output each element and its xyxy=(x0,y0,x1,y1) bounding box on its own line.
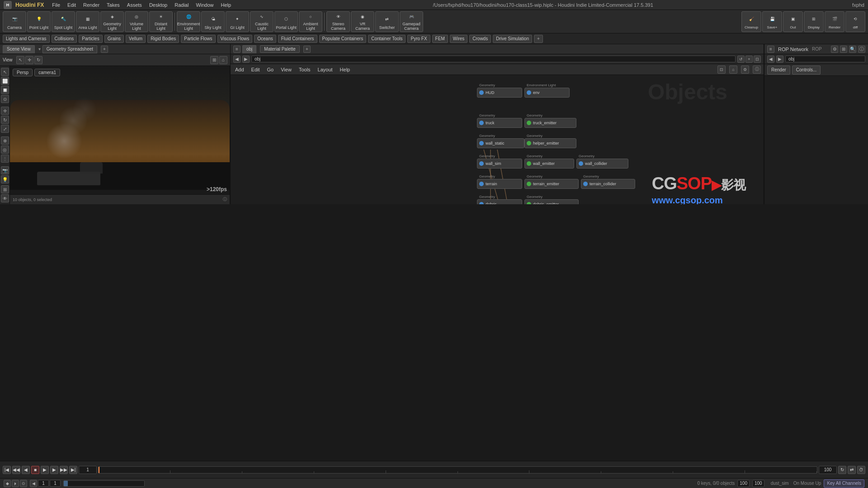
vr-camera-btn[interactable]: ◉ VR Camera xyxy=(351,11,374,32)
point-light-btn[interactable]: 💡 Point Light xyxy=(27,11,51,32)
rigid-bodies-tab[interactable]: Rigid Bodies xyxy=(147,35,179,43)
node-truck-emitter[interactable]: Geometry truck_emitter xyxy=(524,118,576,128)
rop-nav-fwd[interactable]: ▶ xyxy=(776,56,783,63)
controls-button[interactable]: Controls... xyxy=(792,66,821,75)
status-value1[interactable]: 100 xyxy=(737,480,750,487)
render-btn-tb[interactable]: 🎬 Render xyxy=(825,11,844,32)
tool-vis[interactable]: 👁 xyxy=(1,194,9,202)
diff-btn[interactable]: ⟲ diff xyxy=(845,11,865,32)
ng-tools[interactable]: Tools xyxy=(297,67,312,72)
status-frame2[interactable]: 1 xyxy=(50,480,61,487)
select-tool-btn[interactable]: ↖ xyxy=(16,56,24,64)
scene-view-tab[interactable]: Scene View xyxy=(3,45,35,53)
node-wall-sim[interactable]: Geometry wall_sim xyxy=(477,159,522,169)
path-reload-btn[interactable]: ↺ xyxy=(737,56,745,63)
rop-info-btn[interactable]: ⓘ xyxy=(858,46,865,53)
menu-assets[interactable]: Assets xyxy=(124,1,145,9)
distant-light-btn[interactable]: ☀ Distant Light xyxy=(149,11,173,32)
node-debris[interactable]: Geometry debris xyxy=(477,199,522,204)
ng-help[interactable]: Help xyxy=(338,67,352,72)
viscous-flows-tab[interactable]: Viscous Flows xyxy=(217,35,253,43)
end-frame[interactable]: 100 xyxy=(819,466,837,474)
persp-dropdown[interactable]: Persp xyxy=(13,69,33,76)
node-terrain[interactable]: Geometry terrain xyxy=(477,179,522,189)
pyro-fx-tab[interactable]: Pyro FX xyxy=(407,35,430,43)
rop-layout-btn[interactable]: ⊞ xyxy=(840,46,847,53)
ng-layout[interactable]: Layout xyxy=(316,67,335,72)
cleanup-btn[interactable]: 🧹 Cleanup xyxy=(741,11,761,32)
node-helper-emitter[interactable]: Geometry helper_emitter xyxy=(524,138,576,148)
ng-info[interactable]: ⓘ xyxy=(753,66,761,74)
populate-containers-tab[interactable]: Populate Containers xyxy=(319,35,367,43)
rop-search-btn[interactable]: 🔍 xyxy=(849,46,856,53)
nav-back-btn[interactable]: ◀ xyxy=(233,56,241,63)
status-time-btn[interactable]: ⊙ xyxy=(20,480,27,487)
rotate-tool-btn[interactable]: ↻ xyxy=(34,56,42,64)
fem-tab[interactable]: FEM xyxy=(432,35,448,43)
ng-go[interactable]: Go xyxy=(265,67,276,72)
rop-path-input[interactable]: obj xyxy=(785,56,865,62)
portal-light-btn[interactable]: ⬡ Portal Light xyxy=(274,11,298,32)
tl-next-frame[interactable]: ▶ xyxy=(50,466,58,474)
fluid-containers-tab[interactable]: Fluid Containers xyxy=(278,35,317,43)
ng-settings[interactable]: ⚙ xyxy=(741,66,749,74)
particle-flows-tab[interactable]: Particle Flows xyxy=(181,35,215,43)
menu-radial[interactable]: Radial xyxy=(172,1,191,9)
ng-zoom-fit[interactable]: ⊡ xyxy=(717,66,726,74)
rop-gear-btn[interactable]: ⚙ xyxy=(831,46,838,53)
tool-pose[interactable]: ⋮ xyxy=(1,155,9,163)
frame-number[interactable]: 1 xyxy=(79,466,97,474)
menu-takes[interactable]: Takes xyxy=(104,1,123,9)
move-tool-btn[interactable]: ✛ xyxy=(25,56,33,64)
tool-scale[interactable]: ⤢ xyxy=(1,125,9,133)
stereo-camera-btn[interactable]: 👁 Stereo Camera xyxy=(326,11,350,32)
gi-light-btn[interactable]: ✦ GI Light xyxy=(226,11,249,32)
wires-tab[interactable]: Wires xyxy=(450,35,468,43)
tool-handle[interactable]: ⊕ xyxy=(1,136,9,145)
timeline-track[interactable] xyxy=(98,466,817,474)
node-debris-emitter[interactable]: Geometry debris_emitter xyxy=(524,199,579,204)
menu-edit[interactable]: Edit xyxy=(65,1,79,9)
node-truck[interactable]: Geometry truck xyxy=(477,118,522,128)
menu-render[interactable]: Render xyxy=(80,1,102,9)
tl-next-key[interactable]: ▶▶ xyxy=(60,466,68,474)
sky-light-btn[interactable]: 🌤 Sky Light xyxy=(201,11,225,32)
tl-play[interactable]: ▶ xyxy=(41,466,49,474)
geometry-light-btn[interactable]: ◈ Geometry Light xyxy=(100,11,124,32)
ambient-light-btn[interactable]: ○ Ambient Light xyxy=(299,11,322,32)
node-env[interactable]: Environment Light env xyxy=(524,88,570,98)
status-key-btn[interactable]: ◆ xyxy=(4,480,11,487)
nav-forward-btn[interactable]: ▶ xyxy=(242,56,250,63)
menu-desktop[interactable]: Desktop xyxy=(146,1,170,9)
node-wall-static[interactable]: Geometry wall_static xyxy=(477,138,524,148)
tool-camera[interactable]: 📷 xyxy=(1,166,9,174)
tl-realtime[interactable]: ⏱ xyxy=(857,466,865,474)
path-add-btn[interactable]: + xyxy=(745,56,753,63)
node-area[interactable]: Objects Geometry HUD xyxy=(231,75,764,204)
tl-bounce[interactable]: ⇄ xyxy=(848,466,856,474)
node-wall-collider[interactable]: Geometry wall_collider xyxy=(576,159,628,169)
container-tools-tab[interactable]: Container Tools xyxy=(368,35,406,43)
node-hud[interactable]: Geometry HUD xyxy=(477,88,522,98)
ng-home[interactable]: ⌂ xyxy=(729,66,737,74)
status-nav-back[interactable]: ◀ xyxy=(30,480,37,487)
ng-edit[interactable]: Edit xyxy=(250,67,262,72)
viewport-home-btn[interactable]: ⌂ xyxy=(219,56,227,64)
drive-sim-tab[interactable]: Drive Simulation xyxy=(493,35,532,43)
status-value2[interactable]: 100 xyxy=(752,480,764,487)
vellum-tab[interactable]: Vellum xyxy=(126,35,146,43)
tl-stop[interactable]: ■ xyxy=(31,466,39,474)
ng-add[interactable]: Add xyxy=(233,67,246,72)
tool-brush[interactable]: ⊙ xyxy=(1,95,9,103)
frame-all-btn[interactable]: ⊡ xyxy=(754,56,761,63)
tool-rotate[interactable]: ↻ xyxy=(1,116,9,124)
node-panel-menu[interactable]: ≡ xyxy=(233,46,241,53)
key-all-channels-button[interactable]: Key All Channels xyxy=(824,479,864,488)
display-btn[interactable]: ⊞ Display xyxy=(804,11,824,32)
menu-window[interactable]: Window xyxy=(193,1,216,9)
camera-btn[interactable]: 📷 Camera xyxy=(3,11,26,32)
ng-view[interactable]: View xyxy=(279,67,293,72)
save-btn[interactable]: 💾 Save+ xyxy=(762,11,782,32)
spot-light-btn[interactable]: 🔦 Spot Light xyxy=(52,11,75,32)
grains-tab[interactable]: Grains xyxy=(104,35,124,43)
